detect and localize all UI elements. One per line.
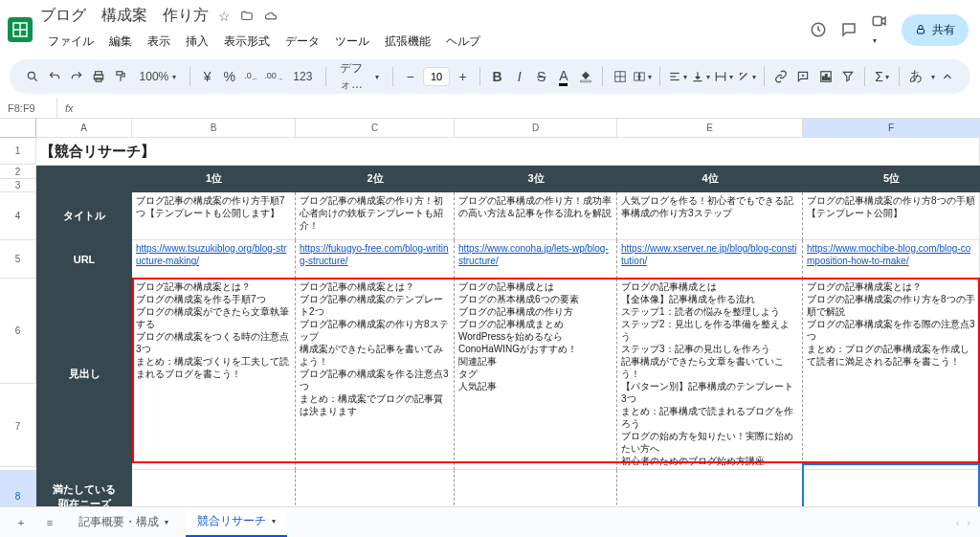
percent-button[interactable]: % xyxy=(220,64,238,89)
rank-header-5[interactable]: 5位 xyxy=(803,166,980,192)
col-header-e[interactable]: E xyxy=(617,119,803,138)
cell-title-3[interactable]: ブログの記事構成の作り方！成功率の高い方法＆記事を作る流れを解説 xyxy=(455,192,617,240)
col-header-b[interactable]: B xyxy=(132,119,296,138)
vertical-align-button[interactable]: ▾ xyxy=(691,64,710,89)
cell-heading-1[interactable]: ブログ記事の構成案とは？ ブログの構成案を作る手順7つ ブログの構成案ができたら… xyxy=(132,279,296,470)
merge-cells-button[interactable]: ▾ xyxy=(633,64,652,89)
menu-data[interactable]: データ xyxy=(278,30,327,54)
share-button[interactable]: 共有 xyxy=(902,14,969,46)
select-all-corner[interactable] xyxy=(0,119,36,138)
cell-title-1[interactable]: ブログ記事の構成案の作り方手順7つ【テンプレートも公開します】 xyxy=(132,192,296,240)
insert-comment-button[interactable] xyxy=(794,64,813,89)
meet-icon[interactable]: ▾ xyxy=(871,12,888,47)
comment-icon[interactable] xyxy=(840,21,858,38)
row-header-7[interactable]: 7 xyxy=(0,387,36,467)
insert-chart-button[interactable] xyxy=(816,64,835,89)
menu-extensions[interactable]: 拡張機能 xyxy=(377,30,438,54)
menu-bar: ファイル 編集 表示 挿入 表示形式 データ ツール 拡張機能 ヘルプ xyxy=(40,30,802,54)
functions-button[interactable]: Σ▾ xyxy=(873,64,891,89)
horizontal-align-button[interactable]: ▾ xyxy=(668,64,687,89)
side-label-heading[interactable]: 見出し xyxy=(36,279,132,470)
sheet-tab-1[interactable]: 記事概要・構成 ▾ xyxy=(67,508,180,536)
document-title[interactable]: ブログ 構成案 作り方 xyxy=(40,6,209,26)
sheet-tab-2[interactable]: 競合リサーチ ▾ xyxy=(186,507,287,538)
menu-view[interactable]: 表示 xyxy=(140,30,178,54)
cell-title-4[interactable]: 人気ブログを作る！初心者でもできる記事構成の作り方3ステップ xyxy=(617,192,803,240)
cell-heading-5[interactable]: ブログの記事構成案とは？ ブログの記事構成案の作り方を8つの手順で解説 ブログの… xyxy=(803,279,980,470)
cell-title-2[interactable]: ブログ記事の構成案の作り方！初心者向けの鉄板テンプレートも紹介！ xyxy=(296,192,455,240)
menu-help[interactable]: ヘルプ xyxy=(438,30,488,54)
star-icon[interactable]: ☆ xyxy=(218,9,231,24)
fx-icon: fx xyxy=(57,102,81,114)
bold-button[interactable]: B xyxy=(488,64,506,89)
borders-button[interactable] xyxy=(611,64,629,89)
undo-icon[interactable] xyxy=(45,64,63,89)
row-header-2[interactable]: 2 xyxy=(0,166,36,179)
collapse-toolbar-icon[interactable] xyxy=(939,64,957,89)
rank-header-3[interactable]: 3位 xyxy=(455,166,617,192)
decrease-decimal-button[interactable]: .0← xyxy=(242,64,260,89)
increase-decimal-button[interactable]: .00→ xyxy=(264,64,283,89)
menu-insert[interactable]: 挿入 xyxy=(178,30,216,54)
history-icon[interactable] xyxy=(810,21,827,38)
menu-edit[interactable]: 編集 xyxy=(101,30,140,54)
name-box[interactable]: F8:F9 xyxy=(0,98,57,118)
text-color-button[interactable]: A xyxy=(554,64,572,89)
font-size-decrease[interactable]: − xyxy=(401,64,419,89)
rank-header-2[interactable]: 2位 xyxy=(296,166,455,192)
row-header-3[interactable]: 3 xyxy=(0,179,36,192)
cell-heading-4[interactable]: ブログの記事構成とは 【全体像】記事構成を作る流れ ステップ1：読者の悩みを整理… xyxy=(617,279,803,470)
rank-header-1[interactable]: 1位 xyxy=(132,166,296,192)
cloud-status-icon[interactable] xyxy=(263,10,278,23)
move-folder-icon[interactable] xyxy=(240,10,254,23)
ime-button[interactable]: あ xyxy=(907,64,925,89)
cell-url-1[interactable]: https://www.tsuzukiblog.org/blog-structu… xyxy=(136,243,286,266)
insert-link-button[interactable] xyxy=(772,64,791,89)
font-size-input[interactable] xyxy=(423,67,450,86)
cell-heading-3[interactable]: ブログの記事構成とは ブログの基本構成6つの要素 ブログの記事構成の作り方 ブロ… xyxy=(455,279,617,470)
svg-rect-11 xyxy=(581,80,591,82)
row-header-5[interactable]: 5 xyxy=(0,240,36,279)
currency-button[interactable]: ¥ xyxy=(198,64,216,89)
menu-file[interactable]: ファイル xyxy=(40,30,101,54)
cell-title-5[interactable]: ブログの記事構成案の作り方8つの手順【テンプレート公開】 xyxy=(803,192,980,240)
cell-url-3[interactable]: https://www.conoha.jp/lets-wp/blog-struc… xyxy=(458,243,609,266)
cell-section-title[interactable]: 【競合リサーチ】 xyxy=(36,138,980,166)
row-header-6[interactable]: 6 xyxy=(0,279,36,384)
rank-header-4[interactable]: 4位 xyxy=(617,166,803,192)
paint-format-icon[interactable] xyxy=(111,64,129,89)
row-header-4[interactable]: 4 xyxy=(0,192,36,240)
zoom-select[interactable]: 100%▾ xyxy=(134,70,183,83)
add-sheet-button[interactable]: + xyxy=(10,511,33,534)
search-menu-icon[interactable] xyxy=(23,64,41,89)
redo-icon[interactable] xyxy=(67,64,85,89)
cell-a2[interactable] xyxy=(36,166,132,192)
all-sheets-button[interactable]: ≡ xyxy=(38,511,61,534)
text-rotation-button[interactable]: ▾ xyxy=(737,64,756,89)
filter-button[interactable] xyxy=(838,64,857,89)
font-size-increase[interactable]: + xyxy=(454,64,472,89)
col-header-f[interactable]: F xyxy=(803,119,980,138)
fill-color-button[interactable] xyxy=(576,64,594,89)
col-header-d[interactable]: D xyxy=(455,119,617,138)
menu-format[interactable]: 表示形式 xyxy=(216,30,278,54)
print-icon[interactable] xyxy=(89,64,107,89)
italic-button[interactable]: I xyxy=(510,64,528,89)
text-wrap-button[interactable]: ▾ xyxy=(714,64,733,89)
cell-url-2[interactable]: https://fukugyo-free.com/blog-writing-st… xyxy=(300,243,449,266)
sheet-nav-right-icon[interactable]: › xyxy=(967,517,970,528)
col-header-c[interactable]: C xyxy=(296,119,455,138)
side-label-title[interactable]: タイトル xyxy=(36,192,132,240)
side-label-url[interactable]: URL xyxy=(36,240,132,279)
col-header-a[interactable]: A xyxy=(36,119,132,138)
font-select[interactable]: デフォ…▾ xyxy=(334,60,385,93)
sheet-nav-left-icon[interactable]: ‹ xyxy=(956,517,960,528)
cell-heading-2[interactable]: ブログ記事の構成案とは？ ブログ記事の構成案のテンプレート2つ ブログ記事の構成… xyxy=(296,279,455,470)
menu-tools[interactable]: ツール xyxy=(327,30,377,54)
sheets-logo[interactable] xyxy=(8,17,33,42)
cell-url-5[interactable]: https://www.mochibe-blog.com/blog-compos… xyxy=(807,243,970,266)
number-format-button[interactable]: 123 xyxy=(287,70,318,83)
strikethrough-button[interactable]: S xyxy=(532,64,550,89)
cell-url-4[interactable]: https://www.xserver.ne.jp/blog/blog-cons… xyxy=(621,243,796,266)
row-header-1[interactable]: 1 xyxy=(0,138,36,165)
